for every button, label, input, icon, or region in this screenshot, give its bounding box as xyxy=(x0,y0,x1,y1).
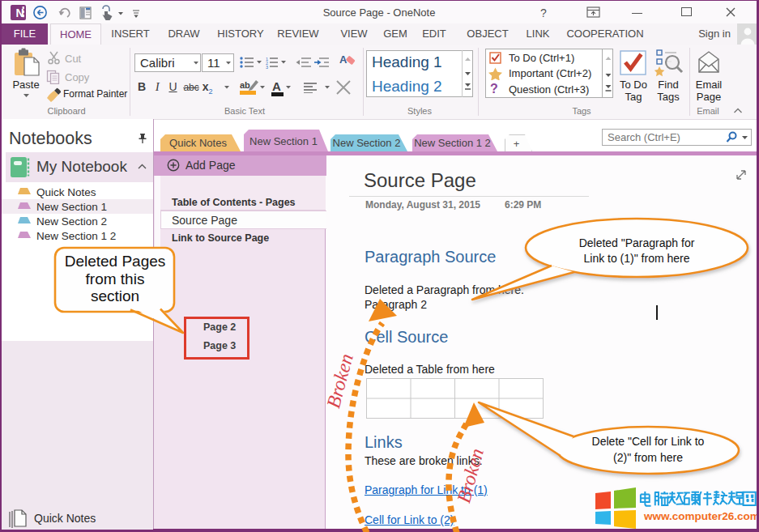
svg-text:3: 3 xyxy=(266,65,268,70)
svg-text:ab: ab xyxy=(240,80,250,90)
